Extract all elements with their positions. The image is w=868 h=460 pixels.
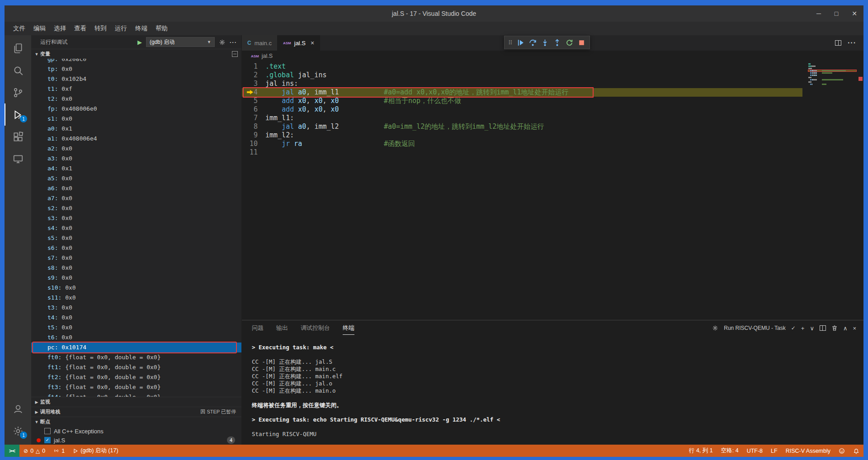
accounts-icon[interactable]	[5, 398, 31, 420]
debug-session-indicator[interactable]: (gdb) 启动 (17)	[69, 445, 122, 457]
variable-row[interactable]: s10: 0x0	[31, 283, 241, 293]
variable-row[interactable]: t3: 0x0	[31, 303, 241, 313]
terminal-task-label[interactable]: Run RISCV-QEMU - Task	[724, 325, 785, 331]
variable-row[interactable]: t5: 0x0	[31, 323, 241, 333]
watch-section-header[interactable]: ▶ 监视	[31, 397, 241, 407]
kill-terminal-icon[interactable]	[831, 325, 838, 331]
editor-more-actions-icon[interactable]: ···	[848, 39, 856, 47]
variables-section-header[interactable]: ▼ 变量	[31, 49, 241, 59]
extensions-icon[interactable]	[5, 126, 31, 148]
variable-row[interactable]: tp: 0x0	[31, 64, 241, 74]
menu-item[interactable]: 选择	[50, 23, 70, 34]
more-actions-icon[interactable]: ···	[230, 39, 237, 46]
close-button[interactable]: ✕	[852, 10, 857, 17]
menu-item[interactable]: 终端	[131, 23, 151, 34]
status-indentation[interactable]: 空格: 4	[717, 445, 743, 457]
variable-row-pc[interactable]: pc: 0x10174	[31, 343, 241, 352]
split-editor-icon[interactable]	[835, 40, 841, 46]
minimize-button[interactable]: ─	[816, 10, 821, 17]
settings-gear-icon[interactable]: 1	[5, 420, 31, 442]
variable-row[interactable]: gp: 0x208c0	[31, 59, 241, 64]
menu-item[interactable]: 编辑	[29, 23, 50, 34]
terminal-dropdown-icon[interactable]: ∨	[810, 325, 814, 332]
split-terminal-icon[interactable]	[820, 325, 826, 331]
remote-indicator[interactable]: ><	[5, 445, 19, 457]
step-over-button[interactable]	[527, 36, 539, 49]
variable-row[interactable]: t4: 0x0	[31, 313, 241, 323]
variable-row[interactable]: s3: 0x0	[31, 213, 241, 223]
status-cursor-position[interactable]: 行 4, 列 1	[685, 445, 717, 457]
maximize-panel-icon[interactable]: ∧	[843, 325, 848, 332]
variable-row[interactable]: a3: 0x0	[31, 154, 241, 164]
ports-indicator[interactable]: 1	[49, 445, 69, 457]
checkbox-checked[interactable]: ✓	[44, 437, 51, 443]
variable-row[interactable]: fp: 0x408006e0	[31, 104, 241, 114]
variable-row[interactable]: s4: 0x0	[31, 223, 241, 233]
variable-row[interactable]: a6: 0x0	[31, 183, 241, 193]
callstack-section-header[interactable]: ▶ 调用堆栈 因 STEP 已暂停	[31, 407, 241, 417]
panel-tab[interactable]: 输出	[276, 321, 288, 335]
tab-main-c[interactable]: C main.c	[242, 35, 278, 51]
continue-button[interactable]	[514, 36, 527, 49]
start-debugging-icon[interactable]: ▶	[137, 39, 142, 46]
menu-item[interactable]: 运行	[111, 23, 131, 34]
panel-tab[interactable]: 终端	[343, 321, 354, 335]
status-eol[interactable]: LF	[767, 445, 782, 457]
status-encoding[interactable]: UTF-8	[743, 445, 767, 457]
step-into-button[interactable]	[539, 36, 551, 49]
variable-row[interactable]: ft4: {float = 0x0, double = 0x0}	[31, 392, 241, 397]
close-tab-icon[interactable]: ×	[311, 39, 314, 47]
variable-row[interactable]: s11: 0x0	[31, 293, 241, 303]
feedback-smiley-icon[interactable]	[835, 445, 849, 457]
source-control-icon[interactable]	[5, 81, 31, 103]
launch-config-select[interactable]: (gdb) 启动 ▼	[146, 37, 215, 47]
variable-row[interactable]: s5: 0x0	[31, 233, 241, 243]
stop-button[interactable]	[576, 36, 588, 49]
variable-row[interactable]: s6: 0x0	[31, 243, 241, 253]
variable-row[interactable]: ft2: {float = 0x0, double = 0x0}	[31, 372, 241, 382]
variable-row[interactable]: t6: 0x0	[31, 333, 241, 343]
toolbar-drag-handle[interactable]: ⠿	[506, 39, 514, 46]
variable-row[interactable]: a7: 0x0	[31, 193, 241, 203]
debug-gear-icon[interactable]	[219, 39, 226, 46]
variable-row[interactable]: a4: 0x1	[31, 164, 241, 174]
menu-item[interactable]: 转到	[90, 23, 111, 34]
tab-jal-s[interactable]: ASM jal.S ×	[278, 35, 320, 51]
variable-row[interactable]: ft0: {float = 0x0, double = 0x0}	[31, 352, 241, 362]
variable-row[interactable]: a5: 0x0	[31, 174, 241, 183]
variable-row[interactable]: t1: 0xf	[31, 84, 241, 94]
variable-row[interactable]: t0: 0x102b4	[31, 74, 241, 84]
restart-button[interactable]	[563, 36, 576, 49]
menu-item[interactable]: 查看	[70, 23, 90, 34]
variable-row[interactable]: a0: 0x1	[31, 124, 241, 134]
variable-row[interactable]: s7: 0x0	[31, 253, 241, 263]
run-and-debug-icon[interactable]: 1	[5, 103, 31, 126]
breakpoints-section-header[interactable]: ▼ 断点	[31, 417, 241, 427]
problems-indicator[interactable]: ⊘ 0 △ 0	[19, 445, 49, 457]
close-panel-icon[interactable]: ×	[853, 325, 856, 332]
panel-tab[interactable]: 调试控制台	[301, 321, 330, 335]
variable-row[interactable]: s1: 0x0	[31, 114, 241, 124]
minimap[interactable]	[808, 63, 856, 88]
menu-item[interactable]: 帮助	[151, 23, 172, 34]
variable-row[interactable]: ft3: {float = 0x0, double = 0x0}	[31, 382, 241, 392]
collapse-all-icon[interactable]	[232, 51, 238, 57]
notifications-bell-icon[interactable]	[849, 445, 863, 457]
panel-tab[interactable]: 问题	[252, 321, 264, 335]
breadcrumb[interactable]: ASM jal.S	[242, 51, 863, 61]
status-language-mode[interactable]: RISC-V Assembly	[782, 445, 835, 457]
breakpoint-row-jal-s[interactable]: ✓ jal.S 4	[31, 436, 241, 445]
search-icon[interactable]	[5, 59, 31, 81]
menu-item[interactable]: 文件	[9, 23, 29, 34]
step-out-button[interactable]	[551, 36, 563, 49]
variable-row[interactable]: a1: 0x408006e4	[31, 134, 241, 144]
checkbox-unchecked[interactable]	[44, 428, 51, 434]
code-editor[interactable]: 1.text2.global jal_ins3jal_ins:4 jal a0,…	[242, 61, 863, 320]
terminal-output[interactable]: > Executing task: make < CC -[M] 正在构建...…	[242, 336, 863, 445]
explorer-icon[interactable]	[5, 37, 31, 59]
variable-row[interactable]: t2: 0x0	[31, 94, 241, 104]
variable-row[interactable]: s9: 0x0	[31, 273, 241, 283]
maximize-button[interactable]: □	[835, 10, 838, 17]
variable-row[interactable]: ft1: {float = 0x0, double = 0x0}	[31, 362, 241, 372]
variable-row[interactable]: s2: 0x0	[31, 203, 241, 213]
